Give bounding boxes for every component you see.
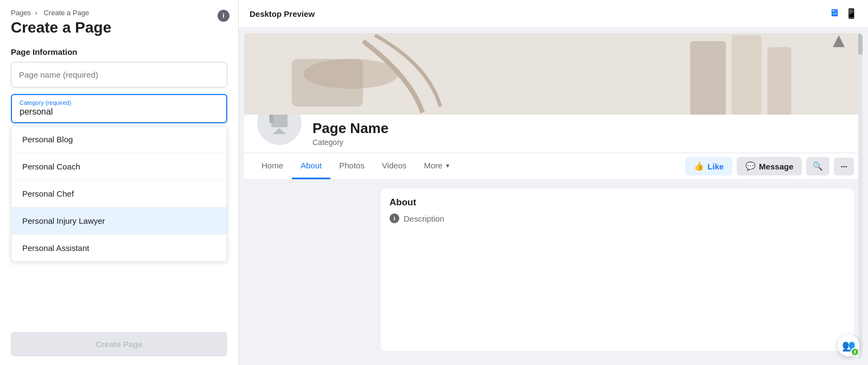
category-field[interactable]: Category (required) personal [11,94,227,123]
preview-icons: 🖥 📱 [829,8,857,20]
info-icon[interactable]: i [218,10,229,22]
right-panel: Desktop Preview 🖥 📱 [239,0,868,365]
cover-photo [244,33,863,115]
tab-photos[interactable]: Photos [330,153,373,179]
preview-header: Desktop Preview 🖥 📱 [239,0,868,28]
page-content: About i Description [244,180,863,360]
category-label: Category (required) [20,99,219,106]
scrollbar[interactable] [858,33,863,360]
breadcrumb-current: Create a Page [43,9,89,17]
about-title: About [390,197,845,208]
dropdown-item-personal-blog[interactable]: Personal Blog [11,126,227,153]
svg-rect-7 [271,114,288,127]
tab-about[interactable]: About [292,153,330,179]
more-options-button[interactable]: ··· [834,158,854,175]
tab-more[interactable]: More ▼ [416,153,459,179]
page-info-label: Page Information [0,47,238,62]
search-icon: 🔍 [813,161,823,171]
create-page-button[interactable]: Create Page [11,332,227,356]
search-button[interactable]: 🔍 [806,157,829,175]
desktop-icon[interactable]: 🖥 [829,8,839,20]
ellipsis-icon: ··· [840,162,847,171]
description-text: Description [404,214,444,223]
online-badge: 8 [851,348,859,356]
category-dropdown: Personal Blog Personal Coach Personal Ch… [11,125,227,262]
profile-info: Page Name Category [312,115,388,147]
thumbs-up-icon: 👍 [694,161,704,171]
scrollbar-thumb[interactable] [858,33,863,55]
like-button[interactable]: 👍 Like [685,157,732,175]
svg-marker-9 [273,128,286,134]
page-name-input[interactable] [11,62,227,87]
message-button[interactable]: 💬 Message [737,157,802,175]
svg-rect-5 [768,47,792,115]
preview-content: Page Name Category Home About Photos Vid… [244,33,863,360]
nav-bar: Home About Photos Videos More ▼ 👍 Like 💬… [244,153,863,180]
mobile-icon[interactable]: 📱 [845,8,857,20]
preview-label: Desktop Preview [250,9,315,18]
description-info-icon: i [390,213,399,223]
online-indicator[interactable]: 👥 8 [838,335,859,356]
profile-section: Page Name Category [244,115,863,153]
profile-name: Page Name [312,120,388,137]
breadcrumb-separator: › [35,9,37,17]
category-value: personal [20,107,219,117]
left-panel: i Pages › Create a Page Create a Page Pa… [0,0,239,365]
tab-videos[interactable]: Videos [373,153,416,179]
svg-rect-2 [292,59,363,107]
dropdown-item-personal-coach[interactable]: Personal Coach [11,153,227,180]
tab-home[interactable]: Home [253,153,292,179]
page-title: Create a Page [0,19,238,47]
svg-rect-3 [690,41,726,115]
dropdown-item-personal-chef[interactable]: Personal Chef [11,180,227,207]
breadcrumb-parent[interactable]: Pages [11,9,31,17]
breadcrumb: Pages › Create a Page [0,0,238,19]
chevron-down-icon: ▼ [445,162,451,169]
svg-rect-4 [732,35,762,115]
nav-actions: 👍 Like 💬 Message 🔍 ··· [685,157,854,175]
about-description: i Description [390,213,845,223]
profile-category: Category [312,138,388,147]
about-card: About i Description [381,188,854,351]
messenger-icon: 💬 [745,161,756,171]
dropdown-item-personal-injury-lawyer[interactable]: Personal Injury Lawyer [11,207,227,235]
dropdown-item-personal-assistant[interactable]: Personal Assistant [11,235,227,261]
